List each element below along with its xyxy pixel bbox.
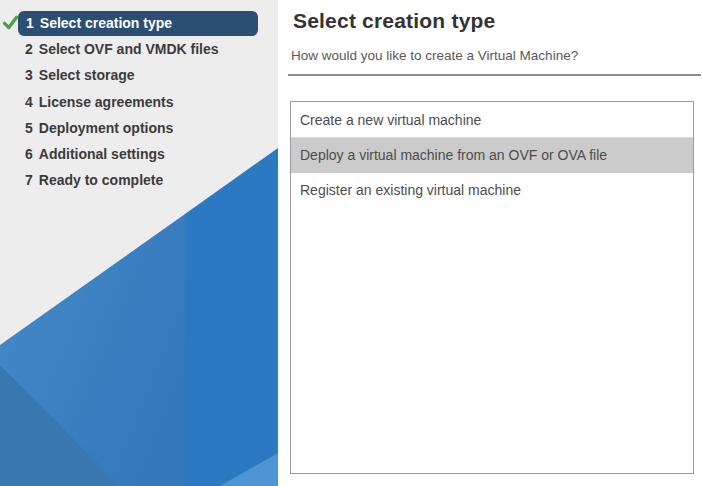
wizard-window: 1 Select creation type 2 Select OVF and …: [0, 0, 702, 486]
step-number: 5: [25, 120, 33, 136]
header-divider: [288, 74, 701, 76]
step-number: 3: [25, 67, 33, 83]
wizard-step-sidebar: 1 Select creation type 2 Select OVF and …: [0, 0, 278, 486]
wizard-step-3-select-storage[interactable]: 3 Select storage: [0, 62, 278, 88]
wizard-step-2-select-ovf-vmdk[interactable]: 2 Select OVF and VMDK files: [0, 36, 278, 62]
wizard-content-panel: Select creation type How would you like …: [278, 0, 702, 486]
wizard-step-1-select-creation-type[interactable]: 1 Select creation type: [0, 10, 278, 36]
active-step-pill: 1 Select creation type: [18, 11, 258, 36]
option-create-new-vm[interactable]: Create a new virtual machine: [291, 102, 693, 138]
step-number: 1: [26, 15, 34, 31]
step-label: Select OVF and VMDK files: [39, 41, 219, 57]
creation-type-listbox: Create a new virtual machine Deploy a vi…: [290, 101, 694, 474]
step-number: 2: [25, 41, 33, 57]
step-label: Deployment options: [39, 120, 174, 136]
step-label: Additional settings: [39, 146, 165, 162]
page-subtitle: How would you like to create a Virtual M…: [291, 48, 578, 63]
wizard-step-5-deployment-options[interactable]: 5 Deployment options: [0, 115, 278, 141]
step-number: 4: [25, 94, 33, 110]
step-completed-check-icon: [2, 14, 19, 31]
option-register-existing-vm[interactable]: Register an existing virtual machine: [291, 173, 693, 208]
step-label: Ready to complete: [39, 172, 163, 188]
step-label: Select creation type: [40, 15, 172, 31]
wizard-step-4-license-agreements[interactable]: 4 License agreements: [0, 89, 278, 115]
option-deploy-ovf-ova[interactable]: Deploy a virtual machine from an OVF or …: [291, 138, 693, 173]
step-number: 7: [25, 172, 33, 188]
wizard-step-6-additional-settings[interactable]: 6 Additional settings: [0, 141, 278, 167]
page-title: Select creation type: [293, 9, 495, 33]
step-number: 6: [25, 146, 33, 162]
step-label: License agreements: [39, 94, 174, 110]
step-label: Select storage: [39, 67, 135, 83]
wizard-steps-list: 1 Select creation type 2 Select OVF and …: [0, 10, 278, 193]
wizard-step-7-ready-to-complete[interactable]: 7 Ready to complete: [0, 167, 278, 193]
